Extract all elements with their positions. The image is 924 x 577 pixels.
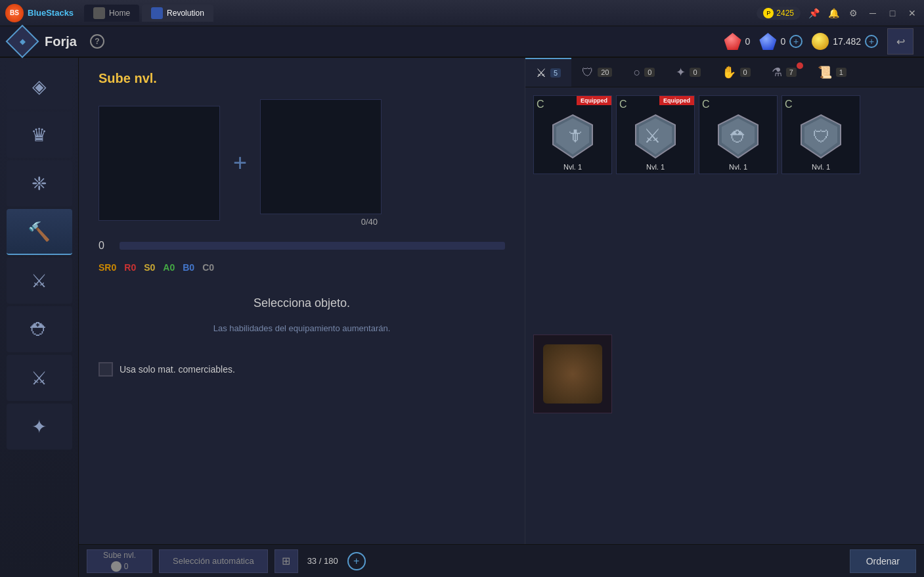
minimize-icon[interactable]: ─ — [866, 7, 879, 20]
select-desc: Las habilidades del equipamiento aumenta… — [99, 323, 505, 333]
sidebar-item-alliance[interactable]: ❈ — [7, 160, 72, 206]
tab-weapons[interactable]: ⚔ 5 — [525, 58, 571, 87]
sidebar-item-trophy[interactable]: ⚔ — [7, 258, 72, 304]
main-content: Sube nvl. + 0/40 0 SR0 R0 S0 A0 — [79, 58, 924, 577]
main-slot[interactable] — [99, 106, 220, 221]
nav-diamond-logo: ◆ — [6, 25, 39, 58]
section-title: Sube nvl. — [99, 71, 505, 86]
add-blue-gem-button[interactable]: + — [789, 35, 803, 48]
slot-count: 0/40 — [260, 217, 378, 227]
page-title: Forja — [45, 34, 77, 49]
ring-tab-count: 0 — [644, 68, 655, 77]
select-prompt: Selecciona objeto. — [99, 296, 505, 310]
item-grid: C 🗡 Equipped Nvl. 1 C — [525, 87, 924, 577]
list-item[interactable]: C 🗡 Equipped Nvl. 1 — [533, 95, 612, 174]
tab-potion[interactable]: ⚗ 7 — [761, 58, 807, 86]
tab-scroll[interactable]: 📜 1 — [807, 58, 857, 86]
item-image: ⛑ — [712, 108, 764, 161]
settings-icon[interactable]: ⚙ — [847, 7, 860, 20]
add-coin-button[interactable]: + — [865, 35, 878, 48]
crossed-swords-icon: ⚔ — [629, 108, 682, 161]
armor-tab-count: 20 — [598, 68, 612, 77]
pin-icon[interactable]: 📌 — [807, 7, 820, 20]
stars-icon: ♛ — [31, 124, 47, 146]
sidebar-item-helmet[interactable]: ⛑ — [7, 306, 72, 352]
cost-icon — [111, 561, 121, 572]
list-item[interactable]: C ⛑ Nvl. 1 — [699, 95, 778, 174]
tradeable-checkbox[interactable] — [99, 362, 113, 377]
inventory-count: 33 / 180 — [307, 556, 338, 566]
top-nav: ◆ Forja ? 0 0 + 17.482 + ↩ — [0, 26, 924, 58]
tab-armor[interactable]: 🛡 20 — [571, 59, 623, 86]
rarity-row: SR0 R0 S0 A0 B0 C0 — [99, 262, 505, 273]
compass-icon: ✦ — [32, 416, 47, 438]
rarity-r-label: R0 — [124, 262, 136, 273]
home-icon — [93, 7, 105, 19]
order-button[interactable]: Ordenar — [850, 549, 916, 573]
tab-magic[interactable]: ✦ 0 — [665, 58, 711, 86]
nav-diamond-inner: ◆ — [20, 37, 25, 46]
potion-tab-count: 7 — [786, 68, 797, 77]
brown-item-image — [543, 344, 602, 404]
maximize-icon[interactable]: □ — [886, 7, 899, 20]
upgrade-button[interactable]: Sube nvl. 0 — [87, 549, 152, 573]
coin-count: 17.482 — [833, 36, 861, 47]
title-bar: BS BlueStacks Home Revolution P 2425 📌 🔔… — [0, 0, 924, 26]
list-item[interactable]: C 🛡 Nvl. 1 — [781, 95, 860, 174]
sidebar-item-forge[interactable]: 🔨 — [7, 209, 72, 255]
slot-info: 0/40 — [260, 99, 382, 227]
svg-text:⚔: ⚔ — [644, 125, 661, 147]
grid-toggle-button[interactable]: ⊞ — [275, 549, 298, 573]
coin-resource: 17.482 + — [812, 33, 878, 50]
tab-ring[interactable]: ○ 0 — [623, 59, 665, 86]
shield-sword-icon: 🗡 — [546, 108, 599, 161]
progress-number: 0 — [99, 240, 112, 252]
item-image: 🛡 — [795, 108, 847, 161]
red-gem-resource: 0 — [724, 33, 751, 50]
list-item[interactable]: C ⚔ Equipped Nvl. 1 — [616, 95, 695, 174]
item-corner-icon: C — [702, 99, 710, 110]
alliance-icon: ❈ — [32, 173, 47, 195]
coin-icon — [812, 33, 829, 50]
ring-tab-icon: ○ — [633, 66, 640, 80]
item-corner-icon: C — [537, 99, 544, 110]
armor-tab-icon: 🛡 — [582, 66, 594, 80]
rarity-a-label: A0 — [163, 262, 175, 273]
brand-label: BlueStacks — [28, 8, 74, 18]
tab-home[interactable]: Home — [84, 5, 139, 22]
close-icon[interactable]: ✕ — [906, 7, 919, 20]
auto-select-button[interactable]: Selección automática — [159, 549, 268, 573]
tab-revolution[interactable]: Revolution — [142, 5, 213, 22]
gloves-tab-icon: ✋ — [722, 65, 736, 80]
upgrade-slots: + 0/40 — [99, 99, 505, 227]
item-level: Nvl. 1 — [699, 163, 777, 171]
inventory-add-button[interactable]: + — [347, 552, 366, 570]
upgrade-cost-value: 0 — [124, 562, 129, 571]
red-gem-icon — [724, 33, 741, 50]
trophy-icon: ⚔ — [31, 270, 47, 292]
checkbox-label: Usa solo mat. comerciables. — [120, 364, 235, 375]
sidebar-item-stars[interactable]: ♛ — [7, 112, 72, 158]
progress-row: 0 — [99, 240, 505, 252]
armor-icon-img: 🛡 — [795, 108, 847, 161]
sidebar-item-swords[interactable]: ⚔ — [7, 355, 72, 401]
potion-notification-dot — [797, 62, 803, 69]
magic-tab-icon: ✦ — [676, 65, 686, 80]
checkbox-row: Usa solo mat. comerciables. — [99, 362, 505, 377]
sidebar-item-faction[interactable]: ◈ — [7, 63, 72, 109]
plus-icon: + — [233, 149, 247, 177]
sidebar-item-compass[interactable]: ✦ — [7, 404, 72, 450]
tab-gloves[interactable]: ✋ 0 — [711, 58, 761, 86]
exit-button[interactable]: ↩ — [887, 28, 913, 55]
bell-icon[interactable]: 🔔 — [827, 7, 840, 20]
rarity-b-label: B0 — [183, 262, 194, 273]
material-slot[interactable] — [260, 99, 382, 214]
left-panel: Sube nvl. + 0/40 0 SR0 R0 S0 A0 — [79, 58, 525, 577]
item-image: ⚔ — [629, 108, 682, 161]
help-button[interactable]: ? — [90, 34, 104, 49]
list-item[interactable] — [533, 335, 612, 413]
item-corner-icon: C — [619, 99, 627, 110]
content-row: Sube nvl. + 0/40 0 SR0 R0 S0 A0 — [79, 58, 924, 577]
game-icon — [151, 7, 163, 19]
weapons-tab-count: 5 — [550, 68, 561, 78]
